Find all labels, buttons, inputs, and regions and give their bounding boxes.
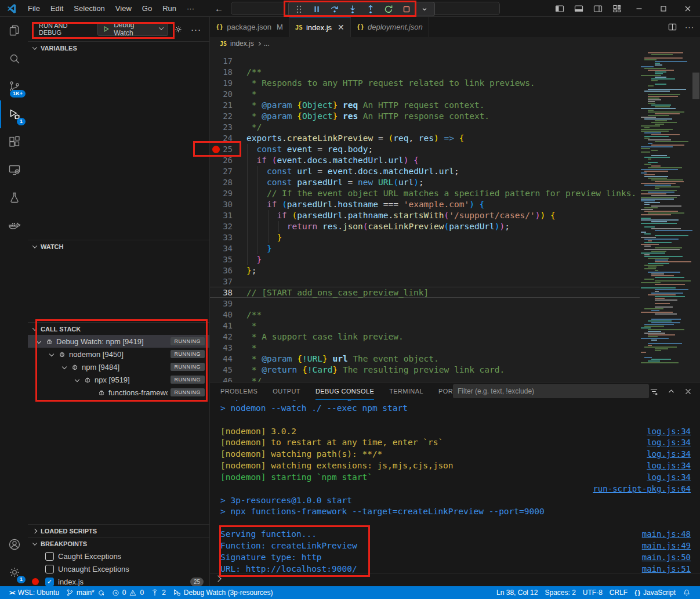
code-editor[interactable]: 1718/**19 * Responds to any HTTP request… [210, 50, 700, 382]
maximize-icon[interactable] [651, 0, 676, 17]
drag-grip-icon[interactable] [293, 4, 304, 15]
sidebar-item-extensions[interactable] [0, 128, 28, 156]
section-breakpoints[interactable]: BREAKPOINTS [28, 537, 209, 550]
source-link[interactable]: log.js:34 [647, 448, 691, 460]
editor-scrollbar[interactable] [692, 50, 700, 382]
tab-debug-console[interactable]: DEBUG CONSOLE [315, 383, 374, 400]
line-number[interactable]: 21 [210, 100, 233, 111]
toggle-sidebar-icon[interactable] [555, 4, 564, 13]
line-number[interactable]: 20 [210, 89, 233, 100]
line-number[interactable]: 33 [210, 232, 233, 243]
line-number[interactable]: 28 [210, 177, 233, 188]
section-variables[interactable]: VARIABLES [28, 41, 209, 54]
line-number[interactable]: 45 [210, 365, 233, 376]
line-number[interactable]: 41 [210, 320, 233, 331]
launch-config-dropdown[interactable]: Debug Watch [97, 22, 168, 36]
eol-sequence[interactable]: CRLF [606, 586, 631, 599]
line-number[interactable]: 42 [210, 331, 233, 342]
line-number[interactable]: 36 [210, 265, 233, 276]
tab-package-json[interactable]: {} package.json M [210, 17, 289, 37]
source-link[interactable]: main.js:48 [642, 528, 691, 540]
debug-session-status[interactable]: Debug Watch (3p-resources) [169, 586, 277, 599]
console-filter-input[interactable] [453, 384, 649, 398]
indentation[interactable]: Spaces: 2 [541, 586, 579, 599]
line-number[interactable]: 37 [210, 276, 233, 287]
remote-indicator[interactable]: >< WSL: Ubuntu [6, 586, 63, 599]
section-loaded-scripts[interactable]: LOADED SCRIPTS [28, 524, 209, 537]
back-arrow-icon[interactable]: ← [215, 3, 223, 13]
menu-run[interactable]: Run [157, 0, 182, 17]
sidebar-item-testing[interactable] [0, 184, 28, 212]
line-number[interactable]: 29 [210, 188, 233, 199]
maximize-panel-icon[interactable] [668, 388, 675, 395]
source-link[interactable]: log.js:34 [647, 425, 691, 437]
tab-deployment-json[interactable]: {} deployment.json [351, 17, 429, 37]
sidebar-item-source-control[interactable]: 1K+ [0, 73, 28, 100]
checkbox-checked[interactable]: ✓ [45, 578, 54, 586]
line-number[interactable]: 43 [210, 342, 233, 353]
line-number[interactable]: 39 [210, 298, 233, 309]
source-link[interactable]: log.js:34 [647, 471, 691, 483]
breakpoint-caught-exceptions[interactable]: Caught Exceptions [28, 550, 209, 562]
close-panel-icon[interactable] [684, 388, 692, 395]
more-actions-icon[interactable]: ··· [191, 24, 201, 34]
call-stack-row[interactable]: functions-framework [954...RUNNING [28, 386, 209, 399]
call-stack-row[interactable]: npm [9484]RUNNING [28, 360, 209, 373]
git-branch[interactable]: main* [63, 586, 108, 599]
source-link[interactable]: log.js:34 [647, 460, 691, 471]
toggle-secondary-sidebar-icon[interactable] [593, 4, 603, 13]
restart-icon[interactable] [383, 4, 394, 15]
breadcrumb-tail[interactable]: ... [264, 39, 270, 48]
menu-selection[interactable]: Selection [68, 0, 110, 17]
source-link[interactable]: run-script-pkg.js:64 [593, 483, 691, 495]
sidebar-item-explorer[interactable] [0, 17, 28, 45]
cursor-position[interactable]: Ln 38, Col 12 [493, 586, 541, 599]
step-over-icon[interactable] [329, 4, 340, 15]
source-link[interactable]: main.js:49 [642, 540, 691, 551]
tab-problems[interactable]: PROBLEMS [220, 383, 257, 400]
line-number[interactable]: 44 [210, 353, 233, 365]
line-number[interactable]: 38 [210, 287, 233, 298]
line-number[interactable]: 25 [210, 144, 233, 155]
sidebar-item-run-and-debug[interactable]: 1 [0, 100, 28, 128]
close-icon[interactable] [676, 0, 700, 17]
tab-index-js[interactable]: JS index.js ✕ [289, 17, 351, 37]
line-number[interactable]: 23 [210, 122, 233, 133]
line-number[interactable]: 31 [210, 210, 233, 221]
minimize-icon[interactable] [627, 0, 651, 17]
step-into-icon[interactable] [347, 4, 358, 15]
menu-view[interactable]: View [110, 0, 137, 17]
accounts-button[interactable] [0, 531, 28, 558]
line-number[interactable]: 30 [210, 199, 233, 210]
menu-file[interactable]: File [23, 0, 45, 17]
source-link[interactable]: main.js:51 [642, 563, 691, 575]
line-number[interactable]: 19 [210, 78, 233, 89]
line-number[interactable]: 22 [210, 111, 233, 122]
breakpoint-uncaught-exceptions[interactable]: Uncaught Exceptions [28, 562, 209, 575]
menu-[interactable]: ··· [182, 0, 200, 17]
line-number[interactable]: 27 [210, 166, 233, 177]
section-watch[interactable]: WATCH [28, 240, 209, 252]
tab-terminal[interactable]: TERMINAL [389, 383, 423, 400]
breadcrumb[interactable]: JS index.js ... [210, 37, 700, 50]
tab-output[interactable]: OUTPUT [273, 383, 300, 400]
filter-icon[interactable] [650, 387, 658, 396]
debug-session-chevron-icon[interactable] [419, 4, 430, 15]
line-number[interactable]: 32 [210, 221, 233, 232]
pause-icon[interactable] [311, 4, 322, 15]
toggle-panel-icon[interactable] [574, 4, 583, 13]
line-number[interactable]: 34 [210, 243, 233, 254]
debug-console-output[interactable]: > 3p-resources@1.0.0 debug-watch> nodemo… [210, 400, 700, 586]
menu-go[interactable]: Go [137, 0, 157, 17]
call-stack-row[interactable]: nodemon [9450]RUNNING [28, 348, 209, 360]
more-actions-icon[interactable]: ··· [685, 23, 694, 31]
line-number[interactable]: 24 [210, 133, 233, 144]
section-call-stack[interactable]: CALL STACK [28, 322, 209, 335]
call-stack-row[interactable]: Debug Watch: npm [9419]RUNNING [28, 335, 209, 348]
forwarded-ports[interactable]: 2 [147, 586, 169, 599]
line-number[interactable]: 17 [210, 56, 233, 67]
sidebar-item-search[interactable] [0, 45, 28, 73]
call-stack-row[interactable]: npx [9519]RUNNING [28, 373, 209, 386]
menu-edit[interactable]: Edit [45, 0, 68, 17]
encoding[interactable]: UTF-8 [579, 586, 606, 599]
